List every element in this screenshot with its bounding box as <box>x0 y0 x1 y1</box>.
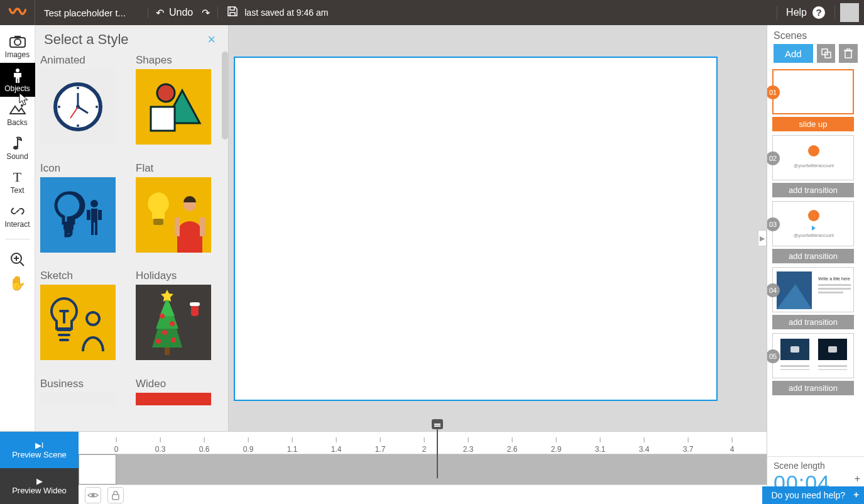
canvas[interactable] <box>234 57 718 401</box>
lock-toggle[interactable] <box>107 487 124 503</box>
length-plus-button[interactable]: + <box>855 473 860 485</box>
style-animated[interactable] <box>40 69 116 145</box>
timeline-tick: 1.4 <box>331 445 342 454</box>
help-icon: ? <box>812 6 826 19</box>
svg-text:Write a title here: Write a title here <box>818 277 850 281</box>
preview-wideo-button[interactable]: ▶ Preview Wideo <box>0 468 79 505</box>
timeline-ruler[interactable]: 00.30.60.91.11.41.722.32.62.93.13.43.74 <box>79 432 767 454</box>
panel-title: Select a Style <box>44 31 129 48</box>
timeline-tick: 0.9 <box>243 445 254 454</box>
link-icon <box>9 204 26 219</box>
app-logo[interactable] <box>0 0 35 25</box>
svg-rect-39 <box>165 348 170 355</box>
nav-sound[interactable]: Sound <box>0 131 35 165</box>
style-icon[interactable] <box>40 177 116 253</box>
panel-close-button[interactable]: × <box>204 31 219 48</box>
undo-icon: ↶ <box>156 7 164 19</box>
help-button[interactable]: Help ? <box>777 6 835 19</box>
playhead-knob[interactable] <box>432 419 443 429</box>
timeline-tick: 1.7 <box>375 445 386 454</box>
timeline-clip[interactable] <box>79 454 116 485</box>
style-flat[interactable] <box>136 177 211 253</box>
svg-point-28 <box>90 200 98 207</box>
style-business-label: Business <box>40 378 118 390</box>
scene-04[interactable]: 04 Write a title here add transition <box>772 267 859 329</box>
undo-button[interactable]: ↶ Undo <box>156 7 193 19</box>
svg-rect-4 <box>14 36 21 38</box>
style-business[interactable] <box>40 393 116 405</box>
landscape-icon <box>9 102 26 117</box>
svg-point-25 <box>58 106 60 108</box>
svg-point-24 <box>77 124 79 127</box>
nav-objects[interactable]: Objects <box>0 63 35 97</box>
add-scene-button[interactable]: Add <box>774 44 813 63</box>
nav-text[interactable]: T Text <box>0 165 35 199</box>
scene-thumb[interactable] <box>772 333 854 378</box>
zoom-tool[interactable] <box>0 246 35 273</box>
help-float-button[interactable]: Do you need help? <box>762 486 864 504</box>
svg-line-14 <box>20 262 24 266</box>
user-avatar[interactable] <box>840 3 859 22</box>
timeline-tick: 3.1 <box>595 445 606 454</box>
svg-rect-65 <box>818 365 847 367</box>
style-shapes[interactable] <box>136 69 211 145</box>
pan-tool[interactable]: ✋ <box>0 273 35 293</box>
scene-transition[interactable]: add transition <box>772 183 854 197</box>
timeline-tick: 2.9 <box>551 445 562 454</box>
timeline-tick: 2 <box>422 445 427 454</box>
scene-thumb[interactable]: @yourtwitteraccount <box>772 201 854 246</box>
svg-text:?: ? <box>816 7 821 18</box>
redo-button[interactable]: ↷ <box>202 7 210 19</box>
nav-objects-label: Objects <box>4 84 30 93</box>
timeline-tick: 4 <box>730 445 735 454</box>
svg-point-5 <box>16 68 19 72</box>
save-icon[interactable] <box>227 6 238 19</box>
scene-thumb[interactable]: Write a title here <box>772 267 854 312</box>
timeline-track[interactable] <box>79 454 767 485</box>
scenes-panel: Scenes Add 01 slide up 02 @yourtwitterac… <box>767 25 864 504</box>
scenes-collapse-toggle[interactable]: ▶ <box>758 230 767 246</box>
project-title[interactable]: Test placeholder t... <box>35 8 148 18</box>
style-holidays[interactable] <box>136 285 211 360</box>
scene-02[interactable]: 02 @yourtwitteraccount add transition <box>772 135 859 197</box>
nav-images[interactable]: Images <box>0 29 35 63</box>
svg-point-3 <box>14 39 21 45</box>
scene-transition[interactable]: add transition <box>772 315 854 329</box>
scene-01[interactable]: 01 slide up <box>772 69 859 131</box>
svg-point-68 <box>92 493 95 496</box>
nav-backs[interactable]: Backs <box>0 97 35 131</box>
preview-scene-button[interactable]: ▶I Preview Scene <box>0 432 79 468</box>
duplicate-scene-button[interactable] <box>817 44 836 63</box>
panel-scrollbar[interactable] <box>222 52 228 140</box>
scene-thumb[interactable] <box>772 69 854 114</box>
svg-point-11 <box>21 104 23 107</box>
scene-transition[interactable]: slide up <box>772 117 854 131</box>
scene-thumb[interactable]: @yourtwitteraccount <box>772 135 854 180</box>
delete-scene-button[interactable] <box>839 44 858 63</box>
nav-text-label: Text <box>10 186 24 195</box>
svg-point-26 <box>157 84 175 102</box>
scene-transition[interactable]: add transition <box>772 381 854 395</box>
scene-length-label: Scene length <box>774 461 858 471</box>
svg-text:@yourtwitteraccount: @yourtwitteraccount <box>794 163 834 168</box>
style-sketch[interactable] <box>40 285 116 360</box>
svg-rect-9 <box>16 79 18 83</box>
svg-point-12 <box>13 146 18 150</box>
svg-rect-37 <box>200 217 205 236</box>
timeline-playhead[interactable] <box>437 425 438 478</box>
scenes-title: Scenes <box>767 25 864 44</box>
nav-interact[interactable]: Interact <box>0 199 35 233</box>
svg-rect-66 <box>780 369 809 370</box>
visibility-toggle[interactable] <box>85 487 101 503</box>
scene-05[interactable]: 05 add transition <box>772 333 859 395</box>
scene-03[interactable]: 03 @yourtwitteraccount add transition <box>772 201 859 263</box>
nav-backs-label: Backs <box>7 118 28 127</box>
style-wideo[interactable] <box>136 393 211 405</box>
style-shapes-label: Shapes <box>136 54 214 67</box>
scene-transition[interactable]: add transition <box>772 249 854 263</box>
zoom-in-icon <box>9 252 26 267</box>
svg-rect-27 <box>151 107 175 131</box>
svg-point-40 <box>160 314 165 319</box>
text-icon: T <box>9 170 26 185</box>
timeline-tick: 3.4 <box>639 445 650 454</box>
